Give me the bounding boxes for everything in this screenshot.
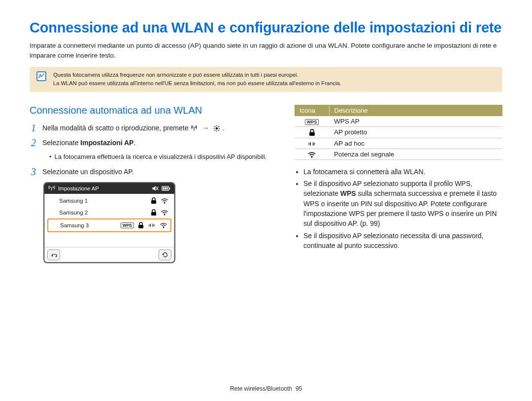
svg-line-5 [215,126,216,127]
page-footer: Rete wireless/Bluetooth 95 [0,385,532,392]
ap-row-1[interactable]: Samsung 1 [47,195,171,207]
svg-rect-22 [309,132,315,136]
ap-row-3-selected[interactable]: Samsung 3 WPS [47,218,171,232]
svg-rect-13 [165,187,166,189]
gear-icon [213,125,221,132]
step-2-body: Selezionate Impostazioni AP. [42,138,135,148]
svg-rect-15 [169,187,170,189]
wifi-icon [307,152,316,158]
wps-icon: WPS [305,119,319,125]
back-button[interactable] [47,249,60,260]
note-line-1: Questa fotocamera utilizza frequenze non… [53,71,493,79]
table-row: AP protetto [295,126,502,138]
svg-point-21 [163,227,164,228]
refresh-button[interactable] [159,249,171,260]
adhoc-icon [307,141,316,147]
svg-point-19 [164,214,165,215]
table-row: Potenza del segnale [295,149,502,159]
wifi-icon [161,210,168,216]
step-number-3: 3 [30,167,37,177]
ap-row-2[interactable]: Samsung 2 [47,207,171,218]
lock-icon [138,222,144,229]
list-item: La fotocamera si connetterà alla WLAN. [303,167,502,177]
battery-icon [162,185,170,191]
section-title: Connessione automatica ad una WLAN [30,105,271,116]
list-item: Se il dispositivo AP selezionato support… [303,179,502,228]
list-item: Se il dispositivo AP selezionato necessi… [303,231,502,251]
antenna-icon [190,125,198,132]
table-header-desc: Descrizione [329,105,502,116]
svg-line-7 [215,130,216,131]
step-1-body: Nella modalità di scatto o riproduzione,… [42,123,225,133]
right-bullet-list: La fotocamera si connetterà alla WLAN. S… [295,167,502,250]
svg-rect-16 [151,200,156,204]
device-screenshot: Impostazione AP Samsung 1 [43,182,175,263]
table-row: AP ad hoc [295,138,502,149]
lock-icon [151,209,157,216]
svg-point-17 [164,202,165,203]
step-2-bullet: •La fotocamera effettuerà la ricerca e v… [30,153,271,162]
step-3-body: Selezionate un dispositivo AP. [42,167,134,177]
svg-point-23 [311,156,312,157]
lock-icon [309,129,315,136]
page-title: Connessione ad una WLAN e configurazione… [30,20,502,36]
adhoc-icon [148,222,156,228]
intro-paragraph: Imparate a connettervi mediante un punto… [30,41,502,60]
mute-icon [152,185,159,191]
antenna-icon [48,185,55,192]
svg-rect-14 [166,187,168,189]
device-title: Impostazione AP [58,185,99,191]
svg-rect-18 [151,212,156,216]
step-number-2: 2 [30,138,37,148]
icon-description-table: Icona Descrizione WPS WPS AP AP protetto… [295,105,502,160]
table-header-icon: Icona [295,105,329,116]
table-row: WPS WPS AP [295,116,502,127]
note-box: Questa fotocamera utilizza frequenze non… [30,67,502,92]
step-number-1: 1 [30,123,37,133]
svg-point-0 [216,127,218,129]
wifi-icon [160,222,167,228]
svg-rect-12 [163,187,164,189]
note-line-2: La WLAN può essere utilizzata all'intern… [53,79,493,88]
svg-line-8 [218,126,219,127]
wifi-icon [161,198,168,204]
svg-line-6 [218,130,219,131]
note-check-icon [36,71,46,81]
svg-rect-20 [138,225,143,228]
lock-icon [151,197,157,204]
wps-badge: WPS [121,222,134,228]
